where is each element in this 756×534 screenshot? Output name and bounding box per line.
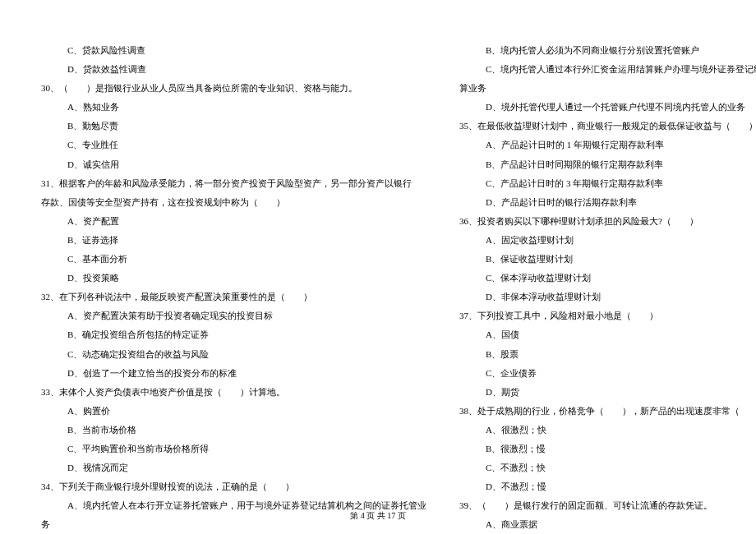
option-30d: D、诚实信用 [41,155,426,174]
option-37b: B、股票 [459,345,756,364]
option-31d: D、投资策略 [41,269,426,288]
option-32a: A、资产配置决策有助于投资者确定现实的投资目标 [41,306,426,325]
question-33: 33、末体个人资产负债表中地资产价值是按（ ）计算地。 [41,383,426,402]
option-29d: D、贷款效益性调查 [41,60,426,79]
question-31-line1: 31、根据客户的年龄和风险承受能力，将一部分资产投资于风险型资产，另一部分资产以… [41,174,426,193]
option-37d: D、期货 [459,383,756,402]
option-36b: B、保证收益理财计划 [459,250,756,269]
option-37c: C、企业债券 [459,364,756,383]
option-36a: A、固定收益理财计划 [459,231,756,250]
option-30c: C、专业胜任 [41,136,426,154]
two-column-layout: C、贷款风险性调查 D、贷款效益性调查 30、（ ）是指银行业从业人员应当具备岗… [41,41,715,501]
option-36c: C、保本浮动收益理财计划 [459,269,756,288]
option-37a: A、国债 [459,325,756,344]
option-35d: D、产品起计日时的银行活期存款利率 [459,193,756,212]
option-35c: C、产品起计日时的 3 年期银行定期存款利率 [459,174,756,193]
option-32b: B、确定投资组合所包括的特定证券 [41,325,426,344]
option-34d: D、境外托管代理人通过一个托管账户代理不同境内托管人的业务 [459,98,756,117]
left-column: C、贷款风险性调查 D、贷款效益性调查 30、（ ）是指银行业从业人员应当具备岗… [41,41,426,501]
option-30b: B、勤勉尽责 [41,117,426,136]
option-33b: B、当前市场价格 [41,421,426,440]
question-35: 35、在最低收益理财计划中，商业银行一般规定的最低保证收益与（ ）最接近。 [459,117,756,136]
right-column: B、境内托管人必须为不同商业银行分别设置托管账户 C、境内托管人通过本行外汇资金… [459,41,756,501]
option-35a: A、产品起计日时的 1 年期银行定期存款利率 [459,136,756,154]
option-34c-line2: 算业务 [459,79,756,98]
question-34: 34、下列关于商业银行境外理财投资的说法，正确的是（ ） [41,477,426,496]
option-38d: D、不激烈；慢 [459,477,756,496]
option-32c: C、动态确定投资组合的收益与风险 [41,345,426,364]
question-30: 30、（ ）是指银行业从业人员应当具备岗位所需的专业知识、资格与能力。 [41,79,426,98]
option-33d: D、视情况而定 [41,458,426,477]
question-32: 32、在下列各种说法中，最能反映资产配置决策重要性的是（ ） [41,288,426,306]
option-31b: B、证券选择 [41,231,426,250]
option-32d: D、创造了一个建立恰当的投资分布的标准 [41,364,426,383]
option-31a: A、资产配置 [41,212,426,231]
option-31c: C、基本面分析 [41,250,426,269]
question-37: 37、下列投资工具中，风险相对最小地是（ ） [459,306,756,325]
option-33c: C、平均购置价和当前市场价格所得 [41,440,426,458]
option-29c: C、贷款风险性调查 [41,41,426,60]
option-38c: C、不激烈；快 [459,458,756,477]
option-34b: B、境内托管人必须为不同商业银行分别设置托管账户 [459,41,756,60]
option-30a: A、熟知业务 [41,98,426,117]
option-38b: B、很激烈；慢 [459,440,756,458]
option-33a: A、购置价 [41,402,426,421]
option-36d: D、非保本浮动收益理财计划 [459,288,756,306]
question-36: 36、投资者购买以下哪种理财计划承担的风险最大?（ ） [459,212,756,231]
question-31-line2: 存款、国债等安全型资产持有，这在投资规划中称为（ ） [41,193,426,212]
option-38a: A、很激烈；快 [459,421,756,440]
option-34c-line1: C、境内托管人通过本行外汇资金运用结算账户办理与境外证券登记结算机构之间的资金结 [459,60,756,79]
question-38: 38、处于成熟期的行业，价格竞争（ ），新产品的出现速度非常（ ） [459,402,756,421]
option-35b: B、产品起计日时同期限的银行定期存款利率 [459,155,756,174]
page-footer: 第 4 页 共 17 页 [0,510,756,522]
